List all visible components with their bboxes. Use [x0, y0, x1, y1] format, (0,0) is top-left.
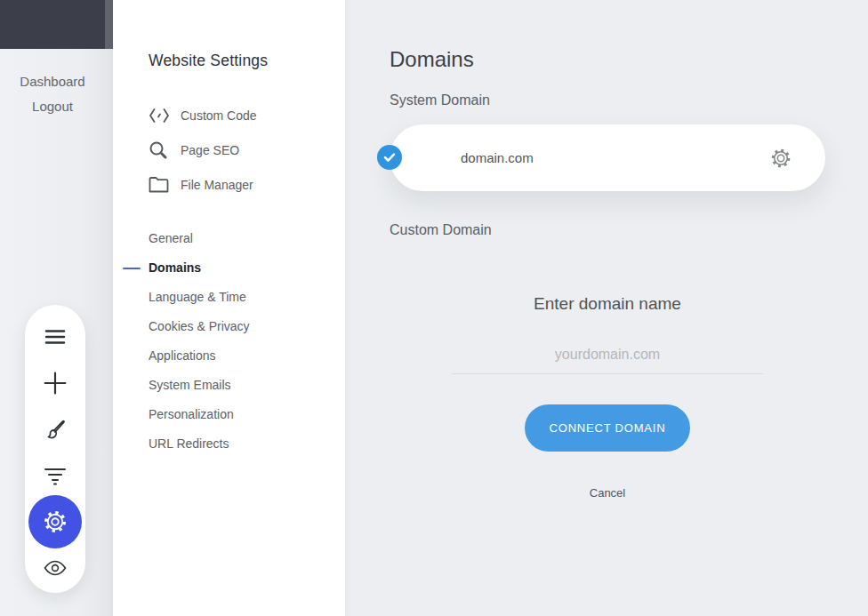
enter-domain-prompt: Enter domain name	[390, 293, 825, 315]
custom-domain-label: Custom Domain	[390, 222, 492, 238]
section-label: System Emails	[149, 378, 231, 392]
design-brush-icon[interactable]	[43, 417, 68, 442]
cancel-button[interactable]: Cancel	[590, 486, 625, 500]
domain-settings-gear-icon[interactable]	[763, 140, 799, 176]
settings-gear-icon[interactable]	[28, 495, 82, 548]
brand-block	[0, 0, 113, 49]
sidebar-item-url-redirects[interactable]: URL Redirects	[149, 429, 250, 459]
active-dash	[123, 268, 141, 270]
menu-icon[interactable]	[43, 324, 68, 349]
main-area: Domains System Domain domain.com Custom …	[346, 0, 868, 616]
dashboard-link[interactable]: Dashboard	[0, 74, 105, 89]
domain-name-input[interactable]	[452, 336, 763, 374]
tool-label: File Manager	[181, 178, 253, 192]
tool-item-file-manager[interactable]: File Manager	[149, 173, 257, 196]
search-icon	[149, 140, 170, 160]
sidebar-item-language-time[interactable]: Language & Time	[149, 283, 250, 312]
panel-tools: Custom Code Page SEO File Manager	[149, 104, 257, 208]
logout-link[interactable]: Logout	[0, 99, 105, 114]
tool-label: Page SEO	[181, 143, 239, 157]
tool-item-page-seo[interactable]: Page SEO	[149, 139, 257, 161]
left-rail: Dashboard Logout	[0, 0, 113, 616]
section-label: General	[149, 231, 193, 245]
sidebar-item-domains[interactable]: Domains	[149, 253, 250, 283]
floating-toolbar	[25, 305, 85, 593]
app-root: Dashboard Logout	[0, 0, 868, 616]
section-label: Domains	[149, 260, 201, 275]
folder-icon	[149, 175, 170, 195]
page-title: Domains	[390, 47, 474, 72]
settings-sections: General Domains Language & Time Cookies …	[149, 224, 250, 459]
tool-item-custom-code[interactable]: Custom Code	[149, 104, 257, 126]
section-label: Language & Time	[149, 290, 246, 304]
settings-panel: Website Settings Custom Code Page SEO	[113, 0, 346, 616]
panel-title: Website Settings	[149, 52, 268, 70]
selected-check-icon[interactable]	[377, 145, 402, 170]
system-domain-card: domain.com	[390, 124, 825, 191]
system-domain-value: domain.com	[461, 150, 534, 165]
brand-block-edge	[105, 0, 113, 49]
sidebar-item-system-emails[interactable]: System Emails	[149, 371, 250, 400]
code-icon	[149, 106, 170, 125]
custom-domain-form: Enter domain name CONNECT DOMAIN Cancel	[390, 293, 825, 500]
tool-label: Custom Code	[181, 108, 257, 123]
sidebar-item-general[interactable]: General	[149, 224, 250, 253]
filter-icon[interactable]	[43, 463, 68, 488]
connect-domain-button[interactable]: CONNECT DOMAIN	[525, 404, 690, 452]
section-label: Applications	[149, 348, 216, 363]
section-label: Cookies & Privacy	[149, 319, 250, 333]
section-label: URL Redirects	[149, 436, 229, 451]
add-icon[interactable]	[43, 371, 68, 396]
preview-eye-icon[interactable]	[43, 556, 68, 580]
sidebar-item-applications[interactable]: Applications	[149, 341, 250, 371]
sidebar-item-personalization[interactable]: Personalization	[149, 400, 250, 429]
sidebar-item-cookies-privacy[interactable]: Cookies & Privacy	[149, 312, 250, 341]
system-domain-label: System Domain	[390, 92, 490, 108]
section-label: Personalization	[149, 407, 234, 421]
